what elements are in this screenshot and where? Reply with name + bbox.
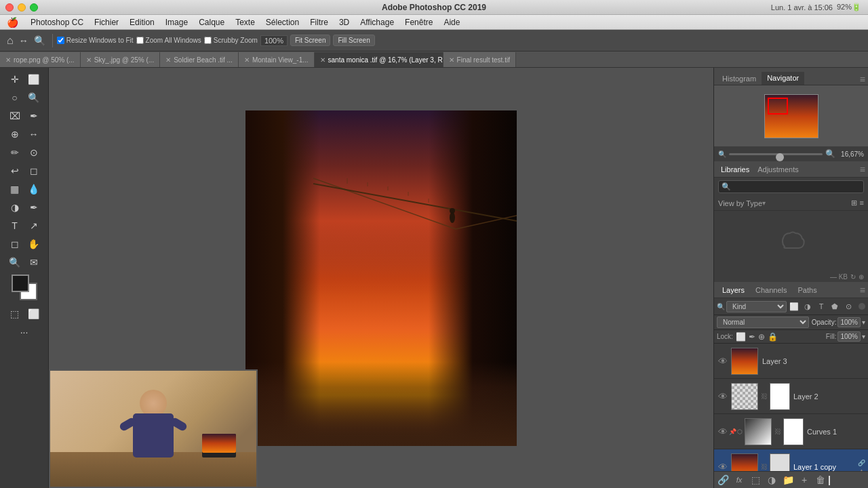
apple-menu[interactable]: 🍎 <box>0 15 25 29</box>
opacity-arrow[interactable]: ▾ <box>862 319 865 326</box>
dodge-tool[interactable]: ◑ <box>6 199 24 216</box>
history-tool[interactable]: ↩ <box>6 162 24 180</box>
resize-windows-input[interactable] <box>57 37 64 44</box>
layer-3-visibility[interactable]: 👁 <box>717 355 729 367</box>
lib-panel-menu[interactable]: ≡ <box>860 164 865 175</box>
menu-image[interactable]: Image <box>160 15 193 29</box>
canvas-image[interactable] <box>245 110 517 446</box>
tab-channels[interactable]: Channels <box>750 285 792 296</box>
hand-tool[interactable]: ✋ <box>25 235 43 253</box>
color-swatches[interactable] <box>12 274 37 300</box>
anchor-tool[interactable]: ↗ <box>25 217 43 235</box>
brush-tool[interactable]: ✏ <box>6 144 24 161</box>
menu-calque[interactable]: Calque <box>193 15 230 29</box>
tab-santa[interactable]: ✕ santa monica .tif @ 16,7% (Layer 3, RG… <box>315 52 443 67</box>
layer-item-3[interactable]: 👁 Layer 3 <box>714 344 868 379</box>
patch-tool[interactable]: ↔ <box>25 125 43 143</box>
minimize-button[interactable] <box>18 3 26 12</box>
tab-histogram[interactable]: Histogram <box>717 73 762 85</box>
fill-value[interactable]: 100% <box>837 331 861 342</box>
eyedropper-tool[interactable]: ✒ <box>25 107 43 125</box>
close-button[interactable] <box>5 3 14 12</box>
shape-tool[interactable]: ◻ <box>6 235 24 253</box>
menu-aide[interactable]: Aide <box>438 15 465 29</box>
zoom-thumb[interactable] <box>776 153 784 161</box>
pen-tool[interactable]: ✒ <box>25 199 43 216</box>
layer1copy-visibility[interactable]: 👁 <box>717 461 729 472</box>
refresh-icon[interactable]: ↻ <box>850 273 856 281</box>
lock-pixels-icon[interactable]: ⬜ <box>736 332 746 342</box>
marquee-tool[interactable]: ⬜ <box>25 70 43 88</box>
screen-mode-tool[interactable]: ⬜ <box>25 305 43 323</box>
lock-artboard-icon[interactable]: ⊕ <box>758 332 765 342</box>
layer-fx-button[interactable]: fx <box>733 474 745 486</box>
zoom-all-input[interactable] <box>136 37 144 44</box>
home-icon[interactable]: ⌂ <box>4 35 16 47</box>
tab-adjustments[interactable]: Adjustments <box>753 164 803 175</box>
pixel-filter-btn[interactable]: ⬜ <box>788 300 800 312</box>
tab-paths[interactable]: Paths <box>793 285 823 296</box>
shape-filter-btn[interactable]: ⬟ <box>829 300 841 312</box>
layer-item-1copy[interactable]: 👁 ⛓ Layer 1 copy 🔗 ▲ <box>714 449 868 471</box>
blend-mode-select[interactable]: Normal Dissolve Multiply Screen Overlay <box>717 317 809 328</box>
zoom-all-checkbox[interactable]: Zoom All Windows <box>136 37 201 44</box>
lasso-tool[interactable]: ○ <box>6 89 24 106</box>
zoom-tool[interactable]: 🔍 <box>6 253 24 271</box>
layers-panel-menu[interactable]: ≡ <box>860 285 865 296</box>
grid-view-icon[interactable]: ⊞ <box>851 199 857 207</box>
tab-navigator[interactable]: Navigator <box>762 72 804 85</box>
zoom-out-icon[interactable]: 🔍 <box>31 35 48 46</box>
menu-fenetre[interactable]: Fenêtre <box>399 15 438 29</box>
quick-mask-tool[interactable]: ⬚ <box>6 305 24 323</box>
library-search-input[interactable] <box>731 183 861 190</box>
chevron-down-icon[interactable]: ▾ <box>762 199 766 207</box>
nav-panel-menu[interactable]: ≡ <box>860 74 865 85</box>
filter-toggle[interactable] <box>859 303 865 310</box>
tab-rope[interactable]: ✕ rope.png @ 50% (... <box>0 52 81 67</box>
tab-sky[interactable]: ✕ Sky_.jpg @ 25% (... <box>81 52 161 67</box>
tab-montain[interactable]: ✕ Montain View_-1... <box>239 52 315 67</box>
scrubby-zoom-input[interactable] <box>204 37 212 44</box>
tab-close-montain[interactable]: ✕ <box>244 56 250 64</box>
fit-screen-button[interactable]: Fit Screen <box>290 35 331 46</box>
healing-tool[interactable]: ⊕ <box>6 125 24 143</box>
menu-texte[interactable]: Texte <box>230 15 260 29</box>
blur-tool[interactable]: 💧 <box>25 180 43 198</box>
smart-filter-btn[interactable]: ⊙ <box>842 300 854 312</box>
menu-photoshop[interactable]: Photoshop CC <box>25 15 89 29</box>
layer-new-button[interactable]: + <box>798 474 810 486</box>
list-view-icon[interactable]: ≡ <box>860 199 864 207</box>
layer-adjustment-button[interactable]: ◑ <box>766 474 778 486</box>
adj-filter-btn[interactable]: ◑ <box>802 300 814 312</box>
layer-delete-button[interactable]: 🗑 <box>814 474 827 486</box>
canvas-area[interactable] <box>49 68 713 488</box>
zoom-slider[interactable] <box>729 153 823 155</box>
view-by-type-label[interactable]: View by Type <box>718 199 762 207</box>
menu-fichier[interactable]: Fichier <box>89 15 124 29</box>
move-tool-icon[interactable]: ↔ <box>19 35 28 46</box>
menu-select[interactable]: Sélection <box>260 15 304 29</box>
menu-affichage[interactable]: Affichage <box>355 15 399 29</box>
eraser-tool[interactable]: ◻ <box>25 162 43 180</box>
layer-item-curves[interactable]: 👁 📌 ⬡ ⛓ Curves 1 <box>714 414 868 449</box>
crop-tool[interactable]: ⌧ <box>6 107 24 125</box>
maximize-button[interactable] <box>30 3 38 12</box>
tab-final[interactable]: ✕ Final result test.tif <box>443 52 516 67</box>
more-tools-button[interactable]: ··· <box>16 323 33 341</box>
menu-filtre[interactable]: Filtre <box>304 15 334 29</box>
zoom-value-display[interactable]: 100% <box>260 35 288 46</box>
layer-kind-select[interactable]: Kind Name Effect Mode Attribute Color Sm… <box>726 301 787 312</box>
gradient-tool[interactable]: ▦ <box>6 180 24 198</box>
tab-close-santa[interactable]: ✕ <box>320 56 326 64</box>
lock-move-icon[interactable]: ✒ <box>749 332 755 342</box>
resize-windows-checkbox[interactable]: Resize Windows to Fit <box>57 37 134 44</box>
text-tool[interactable]: T <box>6 217 24 235</box>
foreground-color[interactable] <box>12 274 29 292</box>
curves-visibility[interactable]: 👁 <box>717 426 729 438</box>
layer-item-2[interactable]: 👁 ⛓ Layer 2 <box>714 379 868 414</box>
fill-screen-button[interactable]: Fill Screen <box>333 35 374 46</box>
tab-soldier[interactable]: ✕ Soldier Beach .tif ... <box>160 52 239 67</box>
opacity-value[interactable]: 100% <box>837 317 861 327</box>
tab-close-sky[interactable]: ✕ <box>86 56 92 64</box>
text-filter-btn[interactable]: T <box>815 300 827 312</box>
